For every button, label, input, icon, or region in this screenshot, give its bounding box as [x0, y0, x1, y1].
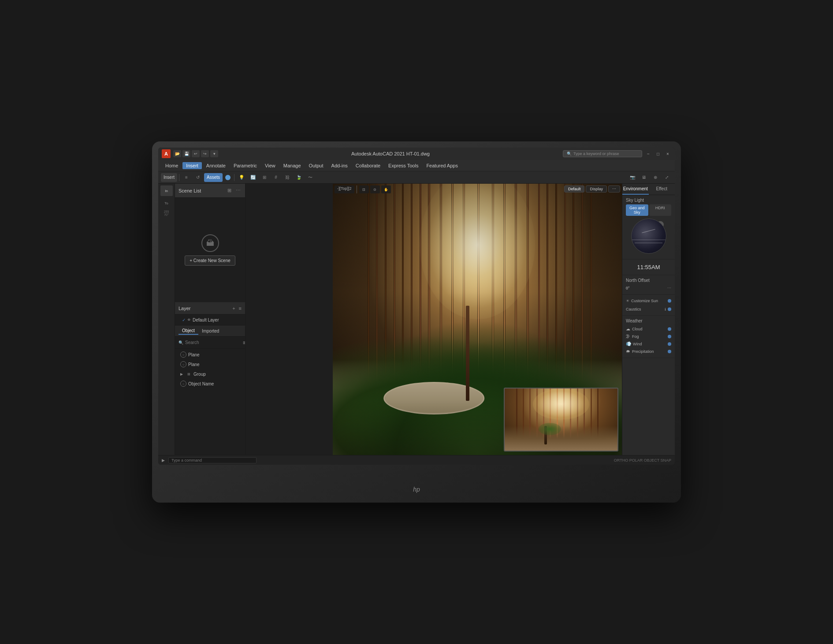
left-rail: In To 25570°: [158, 184, 175, 455]
minimize-btn[interactable]: −: [645, 150, 652, 157]
tb2-icon3[interactable]: ⊕: [650, 173, 661, 182]
caustics-toggle[interactable]: [668, 307, 671, 311]
laptop-chin: hp: [394, 483, 439, 503]
maximize-btn[interactable]: □: [654, 150, 662, 157]
scene-more-icon[interactable]: ⋯: [234, 187, 242, 194]
grid-view-icon[interactable]: ⊞: [243, 341, 245, 345]
vp-nav-cube[interactable]: ⊡: [359, 185, 369, 193]
precipitation-row: 🌧 Precipitation: [626, 348, 671, 355]
refresh-icon[interactable]: 🔄: [248, 173, 258, 182]
tb2-icon1[interactable]: ≡: [181, 173, 192, 182]
cloud-toggle[interactable]: [668, 327, 671, 331]
hdri-btn[interactable]: HDRI: [649, 204, 672, 216]
north-offset-title: North Offset: [626, 278, 671, 283]
customize-sun-toggle[interactable]: [668, 299, 671, 303]
menu-annotate[interactable]: Annotate: [203, 162, 229, 169]
laptop-frame: A 📂 💾 ↩ ↪ ▾ Autodesk AutoCAD 2021 HT-01.…: [152, 141, 681, 503]
insert-tool[interactable]: In: [160, 185, 173, 196]
viewport-toolbar: -][Top][2 ⊡ ⊙ ✋: [335, 185, 391, 193]
tb2-icon2[interactable]: ↺: [193, 173, 203, 182]
layer-settings-icon[interactable]: ≡: [239, 306, 242, 311]
grid-icon[interactable]: ⊞: [259, 173, 270, 182]
top-tool[interactable]: To: [160, 198, 173, 208]
scene-list-title: Scene List: [178, 188, 224, 193]
group-expand-icon[interactable]: ▶: [180, 372, 183, 376]
camera-icon[interactable]: 📷: [627, 173, 638, 182]
default-view-btn[interactable]: Default: [564, 185, 585, 192]
precipitation-toggle[interactable]: [668, 350, 671, 353]
object-item-name[interactable]: ○ Object Name: [175, 379, 245, 389]
object-item-plane2[interactable]: ○ Plane: [175, 359, 245, 369]
layer-title: Layer: [178, 306, 231, 311]
circular-platform: [383, 382, 485, 415]
caustics-info[interactable]: ℹ: [665, 307, 666, 311]
layer-add-icon[interactable]: +: [232, 306, 235, 311]
object-list: ○ Plane ○ Plane ▶ ⊞ Group: [175, 349, 245, 455]
sky-light-section: Sky Light Geo and Sky HDRI +: [622, 195, 675, 259]
layer-check-icon: ✓: [182, 318, 186, 322]
chain-icon[interactable]: ⛓: [282, 173, 293, 182]
tab-object[interactable]: Object: [178, 327, 198, 335]
menu-view[interactable]: View: [261, 162, 279, 169]
customize-sun-label: Customize Sun: [631, 299, 668, 303]
wave-icon[interactable]: 〜: [305, 173, 316, 182]
create-new-scene-btn[interactable]: + Create New Scene: [185, 255, 235, 266]
vp-orbit[interactable]: ⊙: [370, 185, 380, 193]
obj-name-label: Object Name: [188, 381, 214, 386]
menu-featured[interactable]: Featured Apps: [423, 162, 461, 169]
caustics-label: Caustics: [626, 307, 665, 311]
expand-icon[interactable]: ⤢: [662, 173, 672, 182]
vp-pan[interactable]: ✋: [381, 185, 391, 193]
search-glass-icon: 🔍: [178, 341, 183, 345]
north-offset-more[interactable]: ⋯: [667, 286, 671, 290]
undo-icon[interactable]: ↩: [192, 150, 200, 157]
geo-sky-btn[interactable]: Geo and Sky: [626, 204, 648, 216]
menu-output[interactable]: Output: [305, 162, 327, 169]
light-icon[interactable]: 💡: [236, 173, 247, 182]
screen-icon[interactable]: 🖥: [639, 173, 649, 182]
leaf-icon[interactable]: 🍃: [294, 173, 304, 182]
open-icon[interactable]: 📂: [173, 150, 181, 157]
sky-sphere[interactable]: [631, 218, 666, 254]
menu-addins[interactable]: Add-ins: [328, 162, 351, 169]
redo-icon[interactable]: ↪: [201, 150, 209, 157]
menu-home[interactable]: Home: [162, 162, 182, 169]
command-input[interactable]: [168, 457, 257, 463]
insert-label[interactable]: Insert: [161, 173, 177, 182]
ribbon-toolbar: Insert ≡ ↺ Assets 💡 🔄 ⊞ # ⛓ 🍃 〜 📷 🖥 ⊕ ⤢: [158, 171, 675, 184]
display-btn[interactable]: Display: [586, 185, 607, 192]
tab-environment[interactable]: Environment: [622, 184, 649, 195]
assets-label[interactable]: Assets: [204, 173, 223, 182]
object-item-group[interactable]: ▶ ⊞ Group: [175, 369, 245, 379]
status-coords: ORTHO POLAR OBJECT SNAP: [614, 458, 671, 463]
object-item-plane1[interactable]: ○ Plane: [175, 350, 245, 359]
tb2-dot[interactable]: [225, 175, 231, 180]
main-content: In To 25570° Scene List ⊞ ⋯: [158, 184, 675, 455]
cmd-arrow-icon: ▶: [162, 458, 165, 463]
menu-insert[interactable]: Insert: [182, 162, 202, 169]
more-icon[interactable]: ▾: [210, 150, 218, 157]
menu-parametric[interactable]: Parametric: [230, 162, 260, 169]
close-btn[interactable]: ×: [664, 150, 671, 157]
wind-toggle[interactable]: [668, 342, 671, 346]
hash-icon[interactable]: #: [271, 173, 281, 182]
keyword-search[interactable]: 🔍 Type a keyword or phrase: [563, 150, 642, 157]
menu-manage[interactable]: Manage: [280, 162, 305, 169]
right-panel: Environment Effect Sky Light Geo and Sky…: [622, 184, 675, 455]
tab-effect[interactable]: Effect: [649, 184, 675, 195]
menu-express[interactable]: Express Tools: [385, 162, 422, 169]
save-icon[interactable]: 💾: [182, 150, 190, 157]
screen: A 📂 💾 ↩ ↪ ▾ Autodesk AutoCAD 2021 HT-01.…: [158, 148, 675, 465]
group-icon: ⊞: [186, 371, 192, 377]
menu-collaborate[interactable]: Collaborate: [352, 162, 384, 169]
divider-2: [234, 174, 234, 181]
north-offset-value: 0°: [626, 286, 630, 290]
scene-add-icon[interactable]: ⊞: [226, 187, 233, 194]
plane2-icon: ○: [180, 361, 186, 367]
fog-toggle[interactable]: [668, 335, 671, 338]
default-layer-item[interactable]: ✓ 👁 Default Layer: [175, 315, 245, 325]
object-search-input[interactable]: [185, 340, 241, 345]
layer-eye-icon: 👁: [187, 318, 191, 322]
more-vp-btn[interactable]: ⋯: [608, 185, 620, 192]
tab-imported[interactable]: Imported: [198, 328, 223, 334]
